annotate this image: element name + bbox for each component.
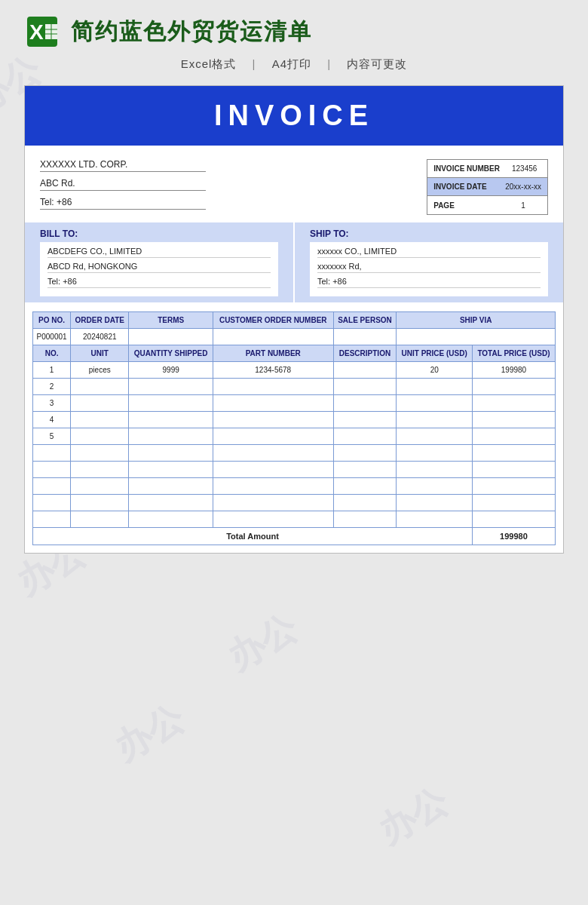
info-po: P000001 — [33, 329, 71, 345]
invoice-number-label: INVOICE NUMBER — [427, 161, 506, 176]
bill-to-label: BILL TO: — [40, 229, 278, 239]
row1-desc — [333, 362, 397, 379]
table-row — [33, 462, 556, 478]
bill-to-box: BILL TO: ABCDEFG CO., LIMITED ABCD Rd, H… — [25, 222, 293, 302]
col-order-date: ORDER DATE — [71, 312, 129, 329]
company-name: XXXXXX LTD. CORP. — [40, 159, 206, 172]
row2-no: 2 — [33, 379, 71, 395]
total-label: Total Amount — [33, 528, 473, 545]
svg-text:X: X — [29, 20, 44, 44]
invoice-header-bar: INVOICE — [25, 86, 563, 146]
bill-ship-section: BILL TO: ABCDEFG CO., LIMITED ABCD Rd, H… — [25, 222, 563, 302]
invoice-table: PO NO. ORDER DATE TERMS CUSTOMER ORDER N… — [32, 311, 556, 545]
info-customer-order — [213, 329, 333, 345]
invoice-document: INVOICE XXXXXX LTD. CORP. ABC Rd. Tel: +… — [24, 85, 564, 554]
page-value: 1 — [499, 198, 547, 213]
col-desc: DESCRIPTION — [333, 345, 397, 362]
invoice-number-row: INVOICE NUMBER 123456 — [427, 160, 547, 178]
col-ship-via: SHIP VIA — [397, 312, 556, 329]
col-sale-person: SALE PERSON — [333, 312, 397, 329]
col-total-price: TOTAL PRICE (USD) — [472, 345, 555, 362]
table-row — [33, 511, 556, 528]
page-label: PAGE — [427, 198, 499, 213]
info-row: P000001 20240821 — [33, 329, 556, 345]
table-row: 3 — [33, 395, 556, 412]
col-unit-price: UNIT PRICE (USD) — [397, 345, 473, 362]
invoice-title: INVOICE — [25, 100, 563, 132]
excel-icon: X — [24, 14, 60, 50]
bill-company: ABCDEFG CO., LIMITED — [47, 247, 271, 258]
row3-no: 3 — [33, 395, 71, 412]
row2-part — [213, 379, 333, 395]
table-row — [33, 478, 556, 495]
invoice-date-label: INVOICE DATE — [427, 179, 499, 194]
row2-unit-price — [397, 379, 473, 395]
total-row: Total Amount 199980 — [33, 528, 556, 545]
total-value: 199980 — [472, 528, 555, 545]
info-ship-via — [397, 329, 556, 345]
bill-tel: Tel: +86 — [47, 277, 271, 288]
ship-to-label: SHIP TO: — [310, 229, 548, 239]
ship-to-box: SHIP TO: xxxxxx CO., LIMITED xxxxxxx Rd,… — [293, 222, 563, 302]
info-order-date: 20240821 — [71, 329, 129, 345]
table-row: 2 — [33, 379, 556, 395]
row2-desc — [333, 379, 397, 395]
col-unit: UNIT — [71, 345, 129, 362]
invoice-number-value: 123456 — [506, 161, 547, 176]
subtitle-part-3: 内容可更改 — [347, 57, 407, 70]
table-row: 5 — [33, 428, 556, 445]
page-subtitle: Excel格式 | A4打印 | 内容可更改 — [0, 54, 588, 85]
row5-no: 5 — [33, 428, 71, 445]
col-customer-order: CUSTOMER ORDER NUMBER — [213, 312, 333, 329]
subtitle-part-1: Excel格式 — [181, 57, 237, 70]
row2-unit — [71, 379, 129, 395]
col-terms: TERMS — [129, 312, 213, 329]
table-row — [33, 495, 556, 511]
company-info: XXXXXX LTD. CORP. ABC Rd. Tel: +86 — [40, 159, 206, 215]
row1-qty: 9999 — [129, 362, 213, 379]
row2-qty — [129, 379, 213, 395]
row4-no: 4 — [33, 412, 71, 428]
row1-part: 1234-5678 — [213, 362, 333, 379]
bill-to-content: ABCDEFG CO., LIMITED ABCD Rd, HONGKONG T… — [40, 242, 278, 296]
table-row: 4 — [33, 412, 556, 428]
invoice-date-value: 20xx-xx-xx — [499, 179, 547, 194]
page-header: X 简约蓝色外贸货运清单 — [0, 0, 588, 54]
row1-total-price: 199980 — [472, 362, 555, 379]
table-section: PO NO. ORDER DATE TERMS CUSTOMER ORDER N… — [25, 302, 563, 553]
ship-to-content: xxxxxx CO., LIMITED xxxxxxx Rd, Tel: +86 — [310, 242, 548, 296]
bill-address: ABCD Rd, HONGKONG — [47, 262, 271, 273]
row1-unit: pieces — [71, 362, 129, 379]
table-header-row-1: PO NO. ORDER DATE TERMS CUSTOMER ORDER N… — [33, 312, 556, 329]
subtitle-part-2: A4打印 — [272, 57, 311, 70]
col-no: NO. — [33, 345, 71, 362]
row2-total-price — [472, 379, 555, 395]
ship-tel: Tel: +86 — [317, 277, 541, 288]
page-title: 简约蓝色外贸货运清单 — [71, 17, 312, 48]
row1-unit-price: 20 — [397, 362, 473, 379]
company-tel: Tel: +86 — [40, 197, 206, 210]
col-part: PART NUMBER — [213, 345, 333, 362]
invoice-date-row: INVOICE DATE 20xx-xx-xx — [427, 178, 547, 196]
col-po-no: PO NO. — [33, 312, 71, 329]
info-terms — [129, 329, 213, 345]
ship-company: xxxxxx CO., LIMITED — [317, 247, 541, 258]
ship-address: xxxxxxx Rd, — [317, 262, 541, 273]
invoice-meta-box: INVOICE NUMBER 123456 INVOICE DATE 20xx-… — [427, 159, 548, 215]
page-row: PAGE 1 — [427, 196, 547, 214]
row1-no: 1 — [33, 362, 71, 379]
table-header-row-2: NO. UNIT QUANTITY SHIPPED PART NUMBER DE… — [33, 345, 556, 362]
table-row: 1 pieces 9999 1234-5678 20 199980 — [33, 362, 556, 379]
col-qty: QUANTITY SHIPPED — [129, 345, 213, 362]
info-sale-person — [333, 329, 397, 345]
table-row — [33, 445, 556, 462]
company-section: XXXXXX LTD. CORP. ABC Rd. Tel: +86 INVOI… — [25, 146, 563, 222]
company-address: ABC Rd. — [40, 178, 206, 191]
